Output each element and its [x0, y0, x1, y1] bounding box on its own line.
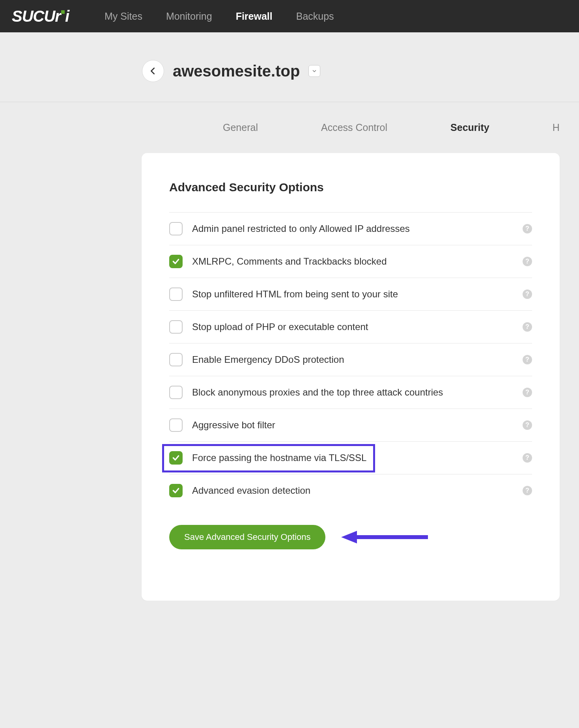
- option-label: Force passing the hostname via TLS/SSL: [192, 452, 513, 463]
- nav-firewall[interactable]: Firewall: [236, 11, 273, 22]
- option-row: Stop unfiltered HTML from being sent to …: [169, 278, 532, 310]
- option-checkbox[interactable]: [169, 255, 183, 268]
- help-icon[interactable]: ?: [523, 486, 532, 495]
- top-navbar: SUCUri My Sites Monitoring Firewall Back…: [0, 0, 579, 32]
- nav-backups[interactable]: Backups: [296, 11, 334, 22]
- help-icon[interactable]: ?: [523, 289, 532, 299]
- save-button[interactable]: Save Advanced Security Options: [169, 525, 325, 549]
- help-icon[interactable]: ?: [523, 224, 532, 233]
- option-label: Admin panel restricted to only Allowed I…: [192, 223, 513, 234]
- nav-items: My Sites Monitoring Firewall Backups: [105, 11, 334, 22]
- help-icon[interactable]: ?: [523, 388, 532, 397]
- svg-marker-1: [341, 531, 357, 543]
- option-label: Stop upload of PHP or executable content: [192, 321, 513, 332]
- option-checkbox[interactable]: [169, 320, 183, 334]
- annotation-arrow-icon: [341, 529, 428, 545]
- back-button[interactable]: [142, 60, 164, 82]
- tab-access-control[interactable]: Access Control: [321, 122, 387, 133]
- check-icon: [172, 258, 180, 265]
- logo-accent-icon: [61, 10, 65, 14]
- subtabs: General Access Control Security H: [0, 102, 579, 153]
- check-icon: [172, 487, 180, 495]
- logo: SUCUri: [12, 7, 69, 25]
- option-checkbox[interactable]: [169, 451, 183, 465]
- option-checkbox[interactable]: [169, 386, 183, 399]
- option-row: XMLRPC, Comments and Trackbacks blocked?: [169, 245, 532, 278]
- nav-my-sites[interactable]: My Sites: [105, 11, 142, 22]
- option-label: Aggressive bot filter: [192, 420, 513, 431]
- tab-https[interactable]: H: [553, 122, 560, 133]
- check-icon: [172, 454, 180, 462]
- option-checkbox[interactable]: [169, 287, 183, 301]
- option-checkbox[interactable]: [169, 418, 183, 432]
- option-checkbox[interactable]: [169, 353, 183, 366]
- tab-general[interactable]: General: [223, 122, 258, 133]
- option-checkbox[interactable]: [169, 484, 183, 497]
- tab-security[interactable]: Security: [450, 122, 489, 133]
- option-label: Stop unfiltered HTML from being sent to …: [192, 289, 513, 300]
- option-label: XMLRPC, Comments and Trackbacks blocked: [192, 256, 513, 267]
- option-row: Block anonymous proxies and the top thre…: [169, 376, 532, 409]
- nav-monitoring[interactable]: Monitoring: [166, 11, 212, 22]
- option-checkbox[interactable]: [169, 222, 183, 235]
- save-row: Save Advanced Security Options: [169, 525, 532, 549]
- option-label: Block anonymous proxies and the top thre…: [192, 387, 513, 398]
- help-icon[interactable]: ?: [523, 257, 532, 266]
- option-row: Force passing the hostname via TLS/SSL?: [169, 441, 532, 474]
- help-icon[interactable]: ?: [523, 420, 532, 430]
- card-title: Advanced Security Options: [169, 181, 532, 194]
- security-card: Advanced Security Options Admin panel re…: [142, 153, 560, 601]
- site-header: awesomesite.top: [0, 60, 579, 102]
- option-row: Admin panel restricted to only Allowed I…: [169, 212, 532, 245]
- option-row: Stop upload of PHP or executable content…: [169, 310, 532, 343]
- arrow-left-icon: [149, 67, 157, 75]
- option-label: Advanced evasion detection: [192, 485, 513, 496]
- option-row: Aggressive bot filter?: [169, 409, 532, 441]
- help-icon[interactable]: ?: [523, 355, 532, 364]
- site-dropdown[interactable]: [308, 65, 320, 77]
- site-name: awesomesite.top: [173, 62, 300, 80]
- option-label: Enable Emergency DDoS protection: [192, 354, 513, 365]
- page-area: awesomesite.top General Access Control S…: [0, 32, 579, 601]
- option-row: Enable Emergency DDoS protection?: [169, 343, 532, 376]
- chevron-down-icon: [312, 69, 317, 73]
- option-row: Advanced evasion detection?: [169, 474, 532, 507]
- help-icon[interactable]: ?: [523, 453, 532, 463]
- help-icon[interactable]: ?: [523, 322, 532, 332]
